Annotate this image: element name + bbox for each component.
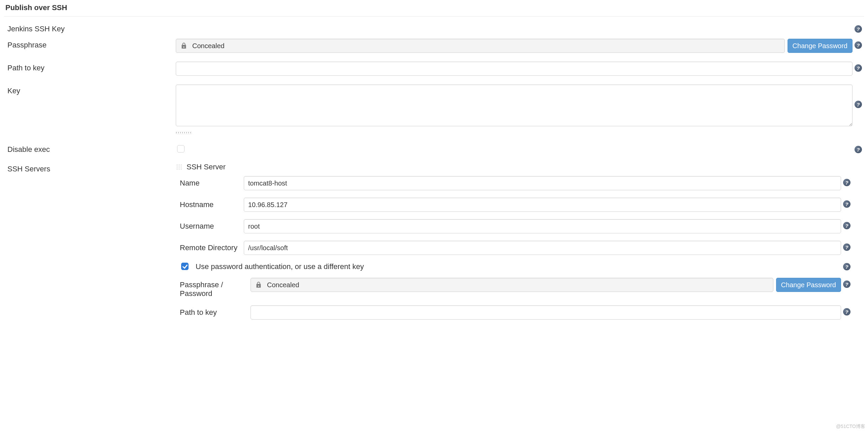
resize-handle[interactable] (176, 131, 192, 134)
use-password-auth-label: Use password authentication, or use a di… (196, 262, 364, 271)
passphrase-concealed-text: Concealed (192, 42, 224, 50)
path-to-key-input[interactable] (176, 62, 852, 76)
help-icon[interactable] (843, 201, 850, 208)
change-password-button[interactable]: Change Password (787, 39, 852, 53)
server-name-label: Name (180, 176, 244, 188)
server-change-password-button[interactable]: Change Password (776, 278, 841, 292)
server-passphrase-concealed-text: Concealed (267, 281, 299, 289)
disable-exec-label: Disable exec (4, 143, 176, 154)
jenkins-ssh-key-heading: Jenkins SSH Key (4, 23, 176, 33)
help-icon[interactable] (855, 101, 862, 108)
key-label: Key (4, 85, 176, 95)
server-username-input[interactable] (244, 219, 841, 233)
lock-icon (255, 281, 262, 288)
help-icon[interactable] (855, 64, 862, 72)
lock-icon (180, 42, 188, 50)
server-name-input[interactable] (244, 176, 841, 190)
server-hostname-input[interactable] (244, 198, 841, 212)
server-path-to-key-input[interactable] (250, 305, 841, 319)
help-icon[interactable] (843, 263, 850, 270)
section-title: Publish over SSH (4, 0, 864, 17)
key-textarea[interactable] (176, 85, 852, 126)
passphrase-concealed: Concealed (176, 39, 785, 53)
help-icon[interactable] (843, 179, 850, 186)
server-username-label: Username (180, 219, 244, 230)
use-password-auth-checkbox[interactable] (181, 263, 189, 270)
server-remote-dir-label: Remote Directory (180, 241, 244, 252)
help-icon[interactable] (855, 146, 862, 153)
server-hostname-label: Hostname (180, 198, 244, 209)
disable-exec-checkbox[interactable] (177, 145, 185, 153)
help-icon[interactable] (855, 41, 862, 49)
help-icon[interactable] (843, 308, 850, 315)
drag-handle-icon[interactable] (176, 164, 183, 171)
ssh-server-heading: SSH Server (187, 163, 225, 172)
ssh-servers-label: SSH Servers (4, 163, 176, 174)
server-path-to-key-label: Path to key (180, 305, 250, 317)
help-icon[interactable] (843, 222, 850, 229)
server-passphrase-label: Passphrase / Password (180, 278, 250, 298)
help-icon[interactable] (843, 280, 850, 288)
help-icon[interactable] (855, 25, 862, 33)
server-passphrase-concealed: Concealed (250, 278, 773, 292)
server-remote-dir-input[interactable] (244, 241, 841, 255)
help-icon[interactable] (843, 243, 850, 251)
path-to-key-label: Path to key (4, 62, 176, 72)
passphrase-label: Passphrase (4, 39, 176, 50)
